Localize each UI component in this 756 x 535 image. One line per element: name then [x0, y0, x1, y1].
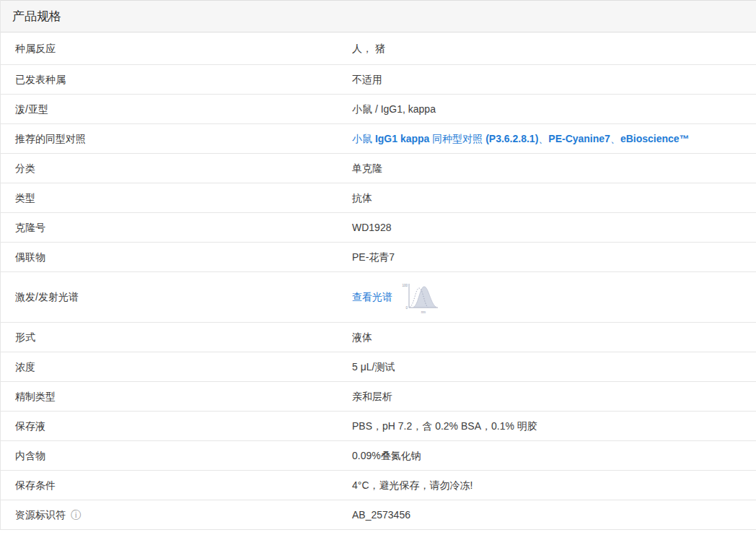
link-text: IgG1 kappa: [375, 133, 429, 144]
spec-label: 偶联物: [15, 251, 352, 264]
link-text: (P3.6.2.8.1): [485, 133, 538, 144]
spec-label: 已发表种属: [15, 73, 352, 86]
link-text: eBioscience™: [620, 133, 690, 144]
link-text: PE-Cyanine7: [548, 133, 610, 144]
spec-value: 5 μL/测试: [352, 360, 756, 373]
emission-curve: [413, 287, 436, 308]
spec-value: 查看光谱 100 0 nm: [352, 280, 756, 315]
table-row: 种属反应 人， 猪: [1, 32, 756, 65]
y-min-label: 0: [405, 305, 408, 309]
spec-label: 保存液: [15, 419, 352, 432]
table-row: 形式 液体: [1, 323, 756, 352]
spec-value: 4°C，避光保存，请勿冷冻!: [352, 479, 756, 492]
table-row: 精制类型 亲和层析: [1, 382, 756, 412]
table-row: 已发表种属 不适用: [1, 65, 756, 95]
spec-value: PBS，pH 7.2，含 0.2% BSA，0.1% 明胶: [352, 419, 756, 432]
table-row: 分类 单克隆: [1, 154, 756, 183]
y-max-label: 100: [402, 284, 408, 287]
table-row: 保存液 PBS，pH 7.2，含 0.2% BSA，0.1% 明胶: [1, 412, 756, 441]
product-specifications-panel: 产品规格 种属反应 人， 猪 已发表种属 不适用 泼/亚型 小鼠 / IgG1,…: [0, 0, 756, 530]
link-text: 、: [538, 133, 548, 144]
spec-label: 推荐的同型对照: [15, 132, 352, 145]
table-row: 浓度 5 μL/测试: [1, 352, 756, 382]
table-row: 资源标识符 ⓘ AB_2573456: [1, 500, 756, 530]
spec-label: 分类: [15, 162, 352, 175]
table-row: 激发/发射光谱 查看光谱 100 0 nm: [1, 272, 756, 323]
table-row: 泼/亚型 小鼠 / IgG1, kappa: [1, 95, 756, 124]
info-icon[interactable]: ⓘ: [71, 510, 81, 520]
page-title: 产品规格: [12, 8, 61, 25]
spec-value: 不适用: [352, 73, 756, 86]
spec-value: 抗体: [352, 191, 756, 204]
spec-label: 内含物: [15, 449, 352, 462]
spec-value: 0.09%叠氮化钠: [352, 449, 756, 462]
spec-label: 浓度: [15, 360, 352, 373]
section-header: 产品规格: [1, 0, 756, 32]
view-spectra-link[interactable]: 查看光谱: [352, 290, 392, 303]
spec-label-text: 资源标识符: [15, 508, 66, 521]
table-row: 偶联物 PE-花青7: [1, 243, 756, 272]
spec-label: 激发/发射光谱: [15, 290, 352, 303]
spec-label: 种属反应: [15, 42, 352, 55]
table-row: 内含物 0.09%叠氮化钠: [1, 441, 756, 471]
spec-label: 保存条件: [15, 479, 352, 492]
spec-value: 液体: [352, 331, 756, 344]
spec-value: 小鼠 / IgG1, kappa: [352, 103, 756, 116]
spec-label: 精制类型: [15, 390, 352, 403]
spec-label: 类型: [15, 191, 352, 204]
link-text: 、: [610, 133, 620, 144]
spec-label: 泼/亚型: [15, 103, 352, 116]
spectra-thumbnail[interactable]: 100 0 nm: [400, 280, 440, 315]
x-axis-label: nm: [421, 310, 426, 314]
link-text: 小鼠: [352, 133, 375, 144]
spec-label: 形式: [15, 331, 352, 344]
isotype-control-link[interactable]: 小鼠 IgG1 kappa 同种型对照 (P3.6.2.8.1)、PE-Cyan…: [352, 133, 690, 144]
spec-label: 克隆号: [15, 221, 352, 234]
spectra-cell: 查看光谱 100 0 nm: [352, 280, 744, 315]
spec-value: AB_2573456: [352, 508, 756, 521]
spectra-chart-icon: 100 0 nm: [400, 280, 440, 315]
spec-value: PE-花青7: [352, 251, 756, 264]
spec-label: 资源标识符 ⓘ: [15, 508, 352, 521]
spec-value: 小鼠 IgG1 kappa 同种型对照 (P3.6.2.8.1)、PE-Cyan…: [352, 132, 756, 145]
spec-value: 亲和层析: [352, 390, 756, 403]
spec-value: 人， 猪: [352, 42, 756, 55]
link-text: 同种型对照: [429, 133, 485, 144]
spec-value: 单克隆: [352, 162, 756, 175]
table-row: 推荐的同型对照 小鼠 IgG1 kappa 同种型对照 (P3.6.2.8.1)…: [1, 124, 756, 154]
table-row: 保存条件 4°C，避光保存，请勿冷冻!: [1, 471, 756, 500]
spec-value: WD1928: [352, 221, 756, 234]
table-row: 克隆号 WD1928: [1, 213, 756, 243]
table-row: 类型 抗体: [1, 183, 756, 213]
